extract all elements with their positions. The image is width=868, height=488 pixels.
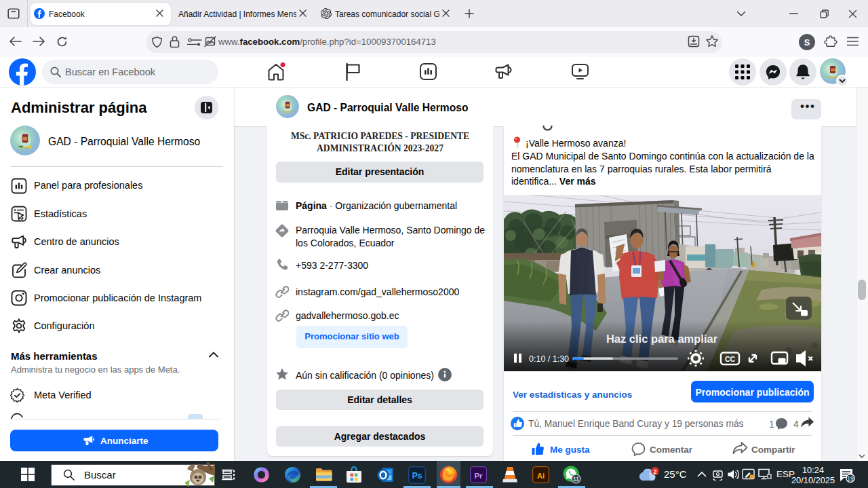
svg-text:CC: CC: [725, 355, 736, 363]
svg-text:2: 2: [653, 468, 656, 475]
svg-text:19: 19: [847, 475, 854, 482]
svg-text:Pr: Pr: [474, 472, 483, 480]
svg-text:Haz clic para ampliar: Haz clic para ampliar: [606, 333, 718, 345]
svg-text:0:10 / 1:30: 0:10 / 1:30: [529, 354, 569, 364]
svg-text:Ps: Ps: [412, 471, 422, 481]
svg-text:S: S: [804, 37, 810, 48]
svg-text:11: 11: [573, 476, 579, 483]
svg-text:Ai: Ai: [537, 472, 545, 480]
